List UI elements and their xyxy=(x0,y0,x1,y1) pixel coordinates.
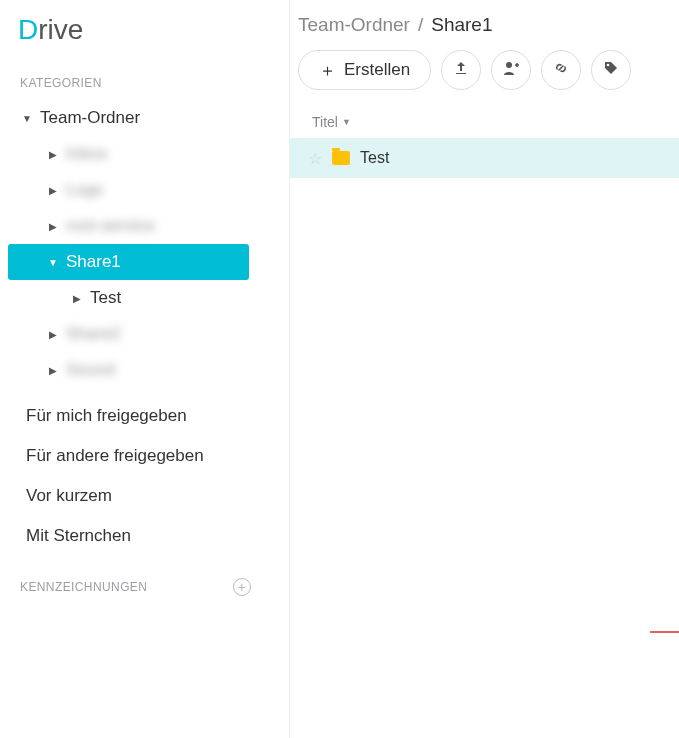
tag-button[interactable] xyxy=(591,50,631,90)
breadcrumb-parent[interactable]: Team-Ordner xyxy=(298,14,410,36)
file-name: Test xyxy=(360,149,389,167)
tree-item[interactable]: ▶ Sound xyxy=(8,352,289,388)
sort-icon: ▼ xyxy=(342,117,351,127)
tree-label: Test xyxy=(90,288,121,308)
tree-item[interactable]: ▶ Share2 xyxy=(8,316,289,352)
folder-icon xyxy=(332,151,350,165)
column-header-title[interactable]: Titel ▼ xyxy=(290,104,679,138)
link-button[interactable] xyxy=(541,50,581,90)
tree-label: Team-Ordner xyxy=(40,108,140,128)
folder-tree: ▼ Team-Ordner ▶ Inbox ▶ Logs ▶ root-serv… xyxy=(8,100,289,388)
caret-right-icon: ▶ xyxy=(46,365,60,376)
caret-right-icon: ▶ xyxy=(46,221,60,232)
add-user-button[interactable] xyxy=(491,50,531,90)
toolbar: ＋ Erstellen xyxy=(290,36,679,104)
tree-label: root-service xyxy=(66,216,155,236)
svg-point-0 xyxy=(506,62,512,68)
column-label: Titel xyxy=(312,114,338,130)
upload-icon xyxy=(453,60,469,80)
breadcrumb: Team-Ordner / Share1 xyxy=(290,14,679,36)
main-area: Team-Ordner / Share1 ＋ Erstellen xyxy=(290,0,679,738)
create-label: Erstellen xyxy=(344,60,410,80)
breadcrumb-sep: / xyxy=(418,14,423,36)
tree-item-share1[interactable]: ▼ Share1 xyxy=(8,244,249,280)
caret-right-icon: ▶ xyxy=(46,185,60,196)
link-icon xyxy=(553,60,569,80)
sidebar: Drive KATEGORIEN ▼ Team-Ordner ▶ Inbox ▶… xyxy=(0,0,290,738)
add-label-icon[interactable]: + xyxy=(233,578,251,596)
app-logo: Drive xyxy=(8,14,289,46)
annotation-arrow xyxy=(650,626,679,638)
plus-icon: ＋ xyxy=(319,59,336,82)
caret-right-icon: ▶ xyxy=(46,149,60,160)
person-plus-icon xyxy=(503,60,520,81)
tree-label: Share2 xyxy=(66,324,121,344)
sidebar-shared-by-me[interactable]: Für andere freigegeben xyxy=(8,436,289,476)
tree-label: Inbox xyxy=(66,144,108,164)
caret-down-icon: ▼ xyxy=(20,113,34,124)
tree-item-test[interactable]: ▶ Test xyxy=(8,280,289,316)
sidebar-recent[interactable]: Vor kurzem xyxy=(8,476,289,516)
svg-point-1 xyxy=(607,64,610,67)
tree-root-team-ordner[interactable]: ▼ Team-Ordner xyxy=(8,100,289,136)
tree-item[interactable]: ▶ Inbox xyxy=(8,136,289,172)
caret-down-icon: ▼ xyxy=(46,257,60,268)
breadcrumb-current: Share1 xyxy=(431,14,492,36)
section-labels: KENNZEICHNUNGEN + xyxy=(8,570,289,606)
tree-item[interactable]: ▶ root-service xyxy=(8,208,289,244)
labels-title-text: KENNZEICHNUNGEN xyxy=(20,580,147,594)
tree-label: Logs xyxy=(66,180,103,200)
star-icon[interactable]: ☆ xyxy=(308,149,322,168)
caret-right-icon: ▶ xyxy=(70,293,84,304)
upload-button[interactable] xyxy=(441,50,481,90)
caret-right-icon: ▶ xyxy=(46,329,60,340)
tree-label: Sound xyxy=(66,360,115,380)
sidebar-shared-with-me[interactable]: Für mich freigegeben xyxy=(8,396,289,436)
create-button[interactable]: ＋ Erstellen xyxy=(298,50,431,90)
tree-label: Share1 xyxy=(66,252,121,272)
tree-item[interactable]: ▶ Logs xyxy=(8,172,289,208)
tag-icon xyxy=(603,60,619,80)
section-categories: KATEGORIEN xyxy=(8,68,289,100)
sidebar-starred[interactable]: Mit Sternchen xyxy=(8,516,289,556)
file-row-test[interactable]: ☆ Test xyxy=(290,138,679,178)
